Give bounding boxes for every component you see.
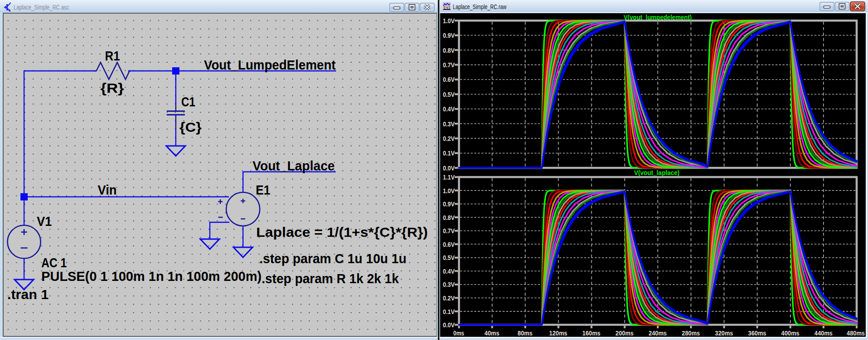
svg-text:160ms: 160ms xyxy=(582,330,600,337)
svg-text:480ms: 480ms xyxy=(847,330,865,337)
svg-text:.step param C 1u 10u 1u: .step param C 1u 10u 1u xyxy=(259,251,407,266)
svg-text:360ms: 360ms xyxy=(748,330,766,337)
svg-text:0.8V: 0.8V xyxy=(443,214,455,221)
svg-text:400ms: 400ms xyxy=(781,330,799,337)
svg-text:0.2V: 0.2V xyxy=(443,135,455,142)
svg-text:0.5V: 0.5V xyxy=(443,91,455,98)
svg-text:0.1V: 0.1V xyxy=(443,150,455,157)
svg-text:Laplace_Simple_RC.asc: Laplace_Simple_RC.asc xyxy=(14,3,69,11)
svg-text:0.4V: 0.4V xyxy=(443,105,455,113)
svg-text:Laplace_Simple_RC.raw: Laplace_Simple_RC.raw xyxy=(453,3,506,10)
svg-text:PULSE(0 1 100m 1n 1n 100m 200m: PULSE(0 1 100m 1n 1n 100m 200m) xyxy=(41,269,262,284)
svg-text:240ms: 240ms xyxy=(649,330,667,337)
svg-text:C1: C1 xyxy=(181,95,195,109)
svg-text:0.3V: 0.3V xyxy=(443,120,455,128)
svg-text:V1: V1 xyxy=(37,214,52,229)
svg-text:{R}: {R} xyxy=(100,81,124,95)
svg-text:{C}: {C} xyxy=(179,120,202,135)
svg-text:40ms: 40ms xyxy=(485,330,500,337)
svg-text:80ms: 80ms xyxy=(518,330,533,337)
svg-text:0.3V: 0.3V xyxy=(443,281,455,288)
svg-text:200ms: 200ms xyxy=(615,330,634,337)
svg-text:0ms: 0ms xyxy=(453,330,464,337)
svg-text:280ms: 280ms xyxy=(682,330,700,337)
svg-text:440ms: 440ms xyxy=(814,330,833,337)
svg-text:0.9V: 0.9V xyxy=(443,200,455,208)
svg-text:0.4V: 0.4V xyxy=(443,268,455,275)
svg-text:320ms: 320ms xyxy=(715,330,733,337)
svg-text:0.5V: 0.5V xyxy=(443,254,455,261)
svg-text:120ms: 120ms xyxy=(549,330,567,337)
svg-text:0.2V: 0.2V xyxy=(443,295,455,302)
svg-text:0.6V: 0.6V xyxy=(443,241,455,248)
svg-text:Vin: Vin xyxy=(98,183,117,197)
svg-text:Vout_LumpedElement: Vout_LumpedElement xyxy=(204,58,336,72)
svg-text:0.6V: 0.6V xyxy=(443,76,455,83)
svg-text:0.1V: 0.1V xyxy=(443,308,455,315)
svg-text:0.0V: 0.0V xyxy=(443,321,455,329)
svg-text:1.0V: 1.0V xyxy=(443,187,455,195)
svg-text:E1: E1 xyxy=(256,183,270,197)
svg-text:R1: R1 xyxy=(105,49,120,63)
svg-text:0.8V: 0.8V xyxy=(443,47,455,54)
svg-text:1.0V: 1.0V xyxy=(443,17,455,25)
svg-text:0.7V: 0.7V xyxy=(443,61,455,69)
svg-text:1.1V: 1.1V xyxy=(443,174,455,181)
svg-text:V(vout_laplace): V(vout_laplace) xyxy=(634,169,680,176)
svg-text:AC 1: AC 1 xyxy=(41,255,67,270)
svg-text:0.7V: 0.7V xyxy=(443,227,455,235)
svg-text:Laplace = 1/(1+s*{C}*{R}): Laplace = 1/(1+s*{C}*{R}) xyxy=(256,225,428,240)
svg-text:Vout_Laplace: Vout_Laplace xyxy=(253,159,335,173)
svg-text:0.9V: 0.9V xyxy=(443,32,455,39)
svg-text:V(vout_lumpedelement): V(vout_lumpedelement) xyxy=(624,13,692,21)
svg-text:0.0V: 0.0V xyxy=(443,165,455,172)
svg-text:.tran 1: .tran 1 xyxy=(7,287,49,302)
svg-text:.step param R 1k 2k 1k: .step param R 1k 2k 1k xyxy=(262,271,399,286)
